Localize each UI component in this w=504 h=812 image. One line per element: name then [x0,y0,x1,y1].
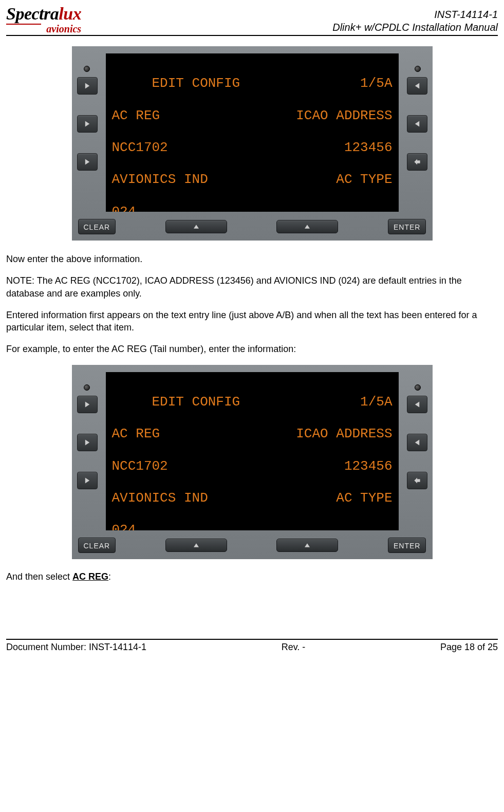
mcdu-device: EDIT CONFIG1/5A AC REGICAO ADDRESS NCC17… [72,46,433,241]
left-key-column [77,372,101,530]
value-avionics: 024 [112,204,136,212]
doc-subtitle: Dlink+ w/CPDLC Installation Manual [332,21,498,34]
lsk-l3[interactable] [77,153,98,171]
mcdu-screen: EDIT CONFIG1/5A AC REGICAO ADDRESS NCC17… [106,53,399,212]
footer-label: Document Number: [6,642,89,652]
logo-subtext: avionics [6,24,81,34]
rocker-right[interactable] [276,539,338,552]
svg-marker-5 [414,159,420,164]
enter-button[interactable]: ENTER [388,219,426,234]
svg-marker-14 [194,543,199,547]
label-ac-reg: AC REG [112,426,160,442]
value-avionics: 024 [112,522,136,530]
lsk-r2[interactable] [407,115,427,133]
rocker-left[interactable] [165,220,227,233]
value-ac-reg: NCC1702 [112,458,168,474]
label-ac-reg: AC REG [112,108,160,124]
screen-title: EDIT CONFIG [152,76,240,91]
svg-marker-4 [415,121,419,126]
label-icao: ICAO ADDRESS [296,108,392,124]
svg-marker-7 [305,225,310,229]
label-actype: AC TYPE [336,172,392,188]
value-icao: 123456 [344,458,393,474]
lsk-l2[interactable] [77,434,98,451]
svg-marker-13 [414,477,420,483]
clear-button[interactable]: CLEAR [78,538,116,553]
value-ac-reg: NCC1702 [112,140,168,156]
page-header: Spectralux avionics INST-14114-1 Dlink+ … [6,5,498,36]
lsk-r1[interactable] [407,396,427,413]
footer-right: Page 18 of 25 [440,642,498,653]
paragraph-1: Now enter the above information. [6,253,498,265]
footer-docnum: INST-14114-1 [89,642,146,652]
paragraph-note: NOTE: The AC REG (NCC1702), ICAO ADDRESS… [6,274,498,300]
paragraph-3: Entered information first appears on the… [6,309,498,334]
right-key-column [404,372,427,530]
svg-marker-6 [194,225,199,229]
footer-center: Rev. - [282,642,306,653]
lsk-l1[interactable] [77,396,98,413]
rocker-right[interactable] [276,220,338,233]
body-text: Now enter the above information. NOTE: T… [6,253,498,356]
lsk-l3[interactable] [77,472,98,489]
label-avionics: AVIONICS IND [112,172,208,188]
lsk-l2[interactable] [77,115,98,133]
lsk-r2[interactable] [407,434,427,451]
svg-marker-0 [85,83,89,88]
lsk-r1[interactable] [407,77,427,95]
label-avionics: AVIONICS IND [112,490,208,506]
logo: Spectralux avionics [6,5,81,34]
label-icao: ICAO ADDRESS [296,426,392,442]
screen-title: EDIT CONFIG [152,394,240,410]
clear-button[interactable]: CLEAR [78,219,116,234]
rocker-left[interactable] [165,539,227,552]
logo-text-main: Spectra [6,4,59,23]
label-actype: AC TYPE [336,490,392,506]
text-fragment: And then select [6,571,72,582]
value-icao: 123456 [344,140,393,156]
svg-marker-2 [85,159,89,164]
footer-left: Document Number: INST-14114-1 [6,642,146,653]
svg-marker-9 [85,439,89,445]
svg-marker-10 [85,477,89,483]
paragraph-select: And then select AC REG: [6,571,498,582]
mcdu-screen: EDIT CONFIG1/5A AC REGICAO ADDRESS NCC17… [106,372,399,530]
status-led-left [84,66,90,72]
lsk-r3[interactable] [407,472,427,489]
lsk-r3[interactable] [407,153,427,171]
enter-button[interactable]: ENTER [388,538,426,553]
text-acreg-bold: AC REG [72,571,108,582]
status-led-right [415,384,421,391]
text-fragment: : [108,571,111,582]
logo-text-lux: lux [59,4,81,23]
header-right: INST-14114-1 Dlink+ w/CPDLC Installation… [332,8,498,34]
screen-page: 1/5A [360,76,392,91]
status-led-left [84,384,90,391]
paragraph-4: For example, to enter the AC REG (Tail n… [6,343,498,355]
svg-marker-15 [305,543,310,547]
lsk-l1[interactable] [77,77,98,95]
screen-page: 1/5A [360,394,392,410]
svg-marker-3 [415,83,419,88]
svg-marker-12 [415,439,419,445]
status-led-right [415,66,421,72]
left-key-column [77,53,101,212]
doc-id: INST-14114-1 [332,8,498,21]
mcdu-device-2: EDIT CONFIG1/5A AC REGICAO ADDRESS NCC17… [72,365,433,559]
svg-marker-8 [85,401,89,407]
svg-marker-1 [85,121,89,126]
page-footer: Document Number: INST-14114-1 Rev. - Pag… [6,639,498,653]
right-key-column [404,53,427,212]
svg-marker-11 [415,401,419,407]
